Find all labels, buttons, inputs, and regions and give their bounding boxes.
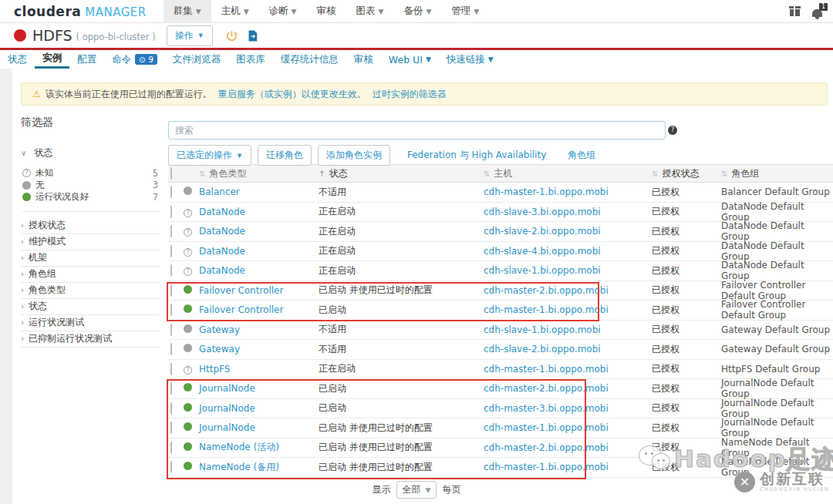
page-size-select[interactable]: 全部▼ — [396, 481, 437, 499]
add-role-instances-button[interactable]: 添加角色实例 — [318, 145, 390, 166]
column-header-状态[interactable]: ↑状态 — [319, 167, 484, 180]
tab-文件浏览器[interactable]: 文件浏览器 — [165, 50, 229, 69]
row-status-icon-cell — [184, 285, 199, 296]
search-input[interactable] — [168, 121, 666, 139]
selected-actions-button[interactable]: 已选定的操作▼ — [168, 145, 251, 166]
top-menu-图表[interactable]: 图表▼ — [346, 0, 393, 23]
host-link[interactable]: cdh-slave-3.bi.oppo.mobi — [484, 207, 601, 217]
banner-restart-link[interactable]: 重启服务（或实例）以使更改生效。 — [218, 88, 366, 101]
row-checkbox[interactable] — [170, 186, 172, 198]
role-type-link[interactable]: DataNode — [199, 265, 245, 276]
role-type-link[interactable]: NameNode (备用) — [199, 462, 279, 472]
column-header-角色类型[interactable]: ⇅角色类型 — [199, 167, 319, 180]
role-type-link[interactable]: NameNode (活动) — [199, 442, 279, 452]
row-checkbox[interactable] — [170, 461, 172, 473]
tab-图表库[interactable]: 图表库 — [228, 50, 273, 69]
tab-label: 文件浏览器 — [173, 53, 221, 66]
row-checkbox[interactable] — [170, 382, 172, 395]
host-link[interactable]: cdh-slave-1.bi.oppo.mobi — [484, 324, 601, 335]
host-link[interactable]: cdh-master-1.bi.oppo.mobi — [484, 304, 609, 315]
column-header-角色组[interactable]: ⇅角色组 — [721, 167, 833, 180]
filter-section-维护模式[interactable]: ›维护模式 — [21, 234, 160, 250]
tab-命令[interactable]: 命令⊙ 9 — [104, 50, 165, 69]
power-restart-icon[interactable] — [225, 29, 238, 42]
role-type-link[interactable]: DataNode — [199, 226, 245, 237]
tab-快速链接[interactable]: 快速链接▼ — [439, 50, 501, 69]
question-icon: ? — [22, 169, 31, 177]
gift-icon[interactable] — [790, 9, 800, 16]
filter-group-status[interactable]: ∨ 状态 — [21, 146, 160, 160]
search-help-icon[interactable]: ? — [668, 126, 677, 135]
cloudera-logo[interactable]: cloudera MANAGER — [14, 4, 147, 19]
role-type-link[interactable]: DataNode — [199, 207, 245, 217]
host-link[interactable]: cdh-master-2.bi.oppo.mobi — [484, 383, 609, 394]
role-type-link[interactable]: Failover Controller — [199, 304, 283, 315]
table-header-row: ⇅角色类型↑状态⇅主机⇅授权状态⇅角色组 — [168, 164, 833, 183]
row-checkbox[interactable] — [170, 284, 172, 297]
tab-配置[interactable]: 配置 — [69, 50, 104, 69]
role-type-link[interactable]: Gateway — [199, 324, 240, 335]
role-type-link[interactable]: Gateway — [199, 344, 240, 354]
top-menu-诊断[interactable]: 诊断▼ — [259, 0, 307, 23]
filter-item-运行状况良好[interactable]: 运行状况良好7 — [22, 191, 160, 203]
filter-section-机架[interactable]: ›机架 — [21, 250, 160, 267]
row-checkbox[interactable] — [170, 324, 172, 336]
top-menu-管理[interactable]: 管理▼ — [441, 0, 489, 23]
row-checkbox[interactable] — [170, 402, 172, 415]
banner-stale-filter-link[interactable]: 过时实例的筛选器 — [373, 88, 447, 101]
top-menu-审核[interactable]: 审核 — [306, 0, 346, 23]
host-link[interactable]: cdh-master-1.bi.oppo.mobi — [484, 186, 609, 197]
filter-section-角色类型[interactable]: ›角色类型 — [21, 283, 160, 299]
row-checkbox[interactable] — [170, 245, 172, 257]
role-type-link[interactable]: JournalNode — [199, 422, 255, 433]
row-checkbox[interactable] — [170, 264, 172, 277]
row-checkbox[interactable] — [170, 304, 172, 316]
host-link[interactable]: cdh-master-2.bi.oppo.mobi — [484, 442, 609, 453]
select-all-checkbox[interactable] — [170, 167, 172, 180]
top-menu-备份[interactable]: 备份▼ — [393, 0, 441, 23]
host-link[interactable]: cdh-master-3.bi.oppo.mobi — [484, 403, 609, 414]
role-type-link[interactable]: HttpFS — [199, 364, 230, 375]
filter-item-未知[interactable]: ?未知5 — [22, 167, 160, 180]
row-checkbox[interactable] — [170, 206, 172, 218]
role-type-link[interactable]: JournalNode — [199, 383, 255, 394]
role-type-link[interactable]: JournalNode — [199, 403, 255, 414]
filter-section-运行状况测试[interactable]: ›运行状况测试 — [21, 315, 160, 331]
host-link[interactable]: cdh-master-1.bi.oppo.mobi — [484, 462, 609, 472]
column-header-主机[interactable]: ⇅主机 — [484, 167, 652, 180]
column-header-授权状态[interactable]: ⇅授权状态 — [652, 167, 721, 180]
filter-section-角色组[interactable]: ›角色组 — [21, 267, 160, 283]
role-groups-link[interactable]: 角色组 — [568, 149, 595, 162]
top-menu-群集[interactable]: 群集▼ — [164, 0, 211, 23]
row-checkbox[interactable] — [170, 343, 172, 355]
role-type-link[interactable]: Failover Controller — [199, 285, 283, 296]
tab-审核[interactable]: 审核 — [346, 50, 381, 69]
stale-config-document-icon[interactable] — [246, 29, 259, 42]
host-link[interactable]: cdh-slave-2.bi.oppo.mobi — [484, 344, 601, 354]
host-link[interactable]: cdh-master-1.bi.oppo.mobi — [484, 422, 609, 433]
host-link[interactable]: cdh-slave-4.bi.oppo.mobi — [484, 246, 601, 257]
filter-item-无[interactable]: 无3 — [22, 180, 160, 192]
tab-状态[interactable]: 状态 — [0, 50, 35, 69]
tab-实例[interactable]: 实例 — [35, 50, 69, 69]
tab-缓存统计信息[interactable]: 缓存统计信息 — [273, 50, 346, 69]
tab-Web UI[interactable]: Web UI▼ — [381, 50, 439, 69]
top-menu-主机[interactable]: 主机▼ — [211, 0, 259, 23]
host-link[interactable]: cdh-slave-2.bi.oppo.mobi — [484, 226, 601, 237]
row-checkbox[interactable] — [170, 363, 172, 375]
row-checkbox[interactable] — [170, 422, 172, 434]
service-actions-button[interactable]: 操作▼ — [167, 25, 213, 46]
filter-section-授权状态[interactable]: ›授权状态 — [21, 218, 160, 234]
host-link[interactable]: cdh-master-2.bi.oppo.mobi — [484, 285, 609, 296]
notification-bell-icon[interactable]: 1 — [812, 9, 822, 17]
filter-section-状态[interactable]: ›状态 — [21, 299, 160, 315]
row-checkbox[interactable] — [170, 442, 172, 454]
host-link[interactable]: cdh-master-1.bi.oppo.mobi — [484, 364, 609, 375]
federation-ha-link[interactable]: Federation 与 High Availability — [407, 149, 546, 162]
filter-section-已抑制运行状况测试[interactable]: ›已抑制运行状况测试 — [21, 331, 160, 348]
host-link[interactable]: cdh-slave-1.bi.oppo.mobi — [484, 265, 601, 276]
row-checkbox[interactable] — [170, 225, 172, 237]
role-type-link[interactable]: Balancer — [199, 186, 240, 197]
migrate-roles-button[interactable]: 迁移角色 — [258, 145, 312, 166]
role-type-link[interactable]: DataNode — [199, 246, 245, 257]
